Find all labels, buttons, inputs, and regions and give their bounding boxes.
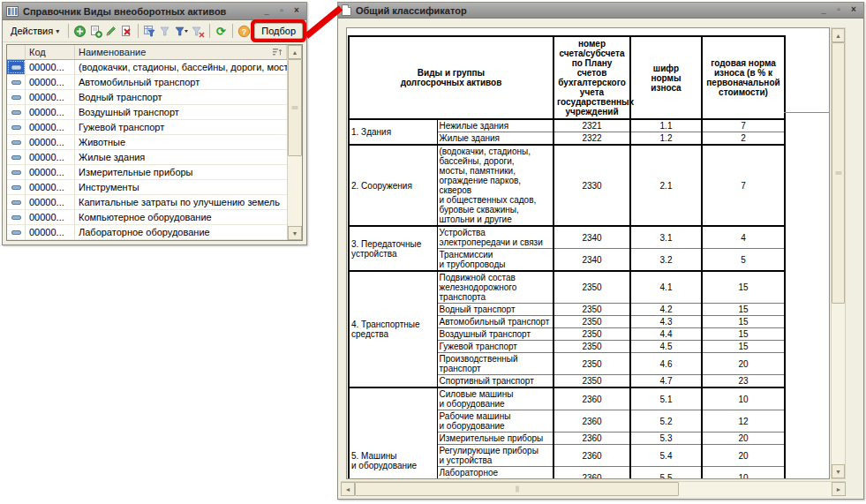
item-code[interactable]: 00000... — [26, 225, 75, 239]
list-item[interactable]: 00000...Животные — [7, 135, 287, 150]
rate-cell[interactable]: 2 — [702, 132, 785, 146]
account-cell[interactable]: 2321 — [553, 119, 630, 132]
group-cell[interactable]: 5. Машины и оборудование — [349, 387, 437, 479]
asset-name-cell[interactable]: Трансмиссии и трубопроводы — [437, 249, 553, 272]
scroll-down-icon[interactable]: ▼ — [288, 226, 302, 240]
asset-name-cell[interactable]: Автомобильный транспорт — [437, 316, 553, 328]
item-code[interactable]: 00000... — [26, 60, 75, 74]
minimize-button[interactable]: _ — [260, 5, 273, 17]
left-window-titlebar[interactable]: Справочник Виды внеоборотных активов _ ▫… — [3, 3, 306, 20]
maximize-button[interactable]: ▫ — [275, 5, 288, 17]
item-name[interactable]: (водокачки, стадионы, бассейны, дороги, … — [75, 60, 287, 74]
marker-cell[interactable] — [7, 150, 26, 164]
account-cell[interactable]: 2350 — [553, 316, 630, 328]
item-name[interactable]: Животные — [75, 135, 287, 149]
account-cell[interactable]: 2360 — [553, 445, 630, 467]
asset-name-cell[interactable]: Устройства электропередачи и связи — [437, 226, 553, 249]
wear-code-cell[interactable]: 5.2 — [630, 410, 702, 433]
wear-code-cell[interactable]: 3.2 — [630, 249, 702, 272]
list-item[interactable]: 00000...Капитальные затраты по улучшению… — [7, 195, 287, 210]
item-code[interactable]: 00000... — [26, 165, 75, 179]
rate-cell[interactable]: 5 — [702, 249, 785, 272]
list-item[interactable]: 00000...Жилые здания — [7, 150, 287, 165]
rate-cell[interactable]: 10 — [702, 387, 785, 410]
item-name[interactable]: Компьютерное оборудование — [75, 210, 287, 224]
marker-cell[interactable] — [7, 195, 26, 209]
asset-name-cell[interactable]: Жилые здания — [437, 132, 553, 146]
pick-button[interactable]: Подбор — [254, 23, 303, 39]
marker-cell[interactable] — [7, 120, 26, 134]
list-item[interactable]: 00000...Компьютерное оборудование — [7, 210, 287, 225]
group-cell[interactable]: 3. Передаточные устройства — [349, 226, 437, 271]
rate-cell[interactable]: 20 — [702, 353, 785, 375]
marker-cell[interactable] — [7, 105, 26, 119]
refresh-button[interactable]: ⟳ — [215, 23, 228, 39]
account-cell[interactable]: 2322 — [553, 132, 630, 146]
asset-name-cell[interactable]: Рабочие машины и оборудование — [437, 410, 553, 433]
marker-cell[interactable] — [7, 135, 26, 149]
wear-code-cell[interactable]: 4.5 — [630, 341, 702, 353]
help-button[interactable]: ? — [237, 23, 251, 39]
filter-by-value-button[interactable] — [158, 23, 171, 39]
asset-name-cell[interactable]: Водный транспорт — [437, 304, 553, 316]
item-code[interactable]: 00000... — [26, 150, 75, 164]
filter-settings-button[interactable] — [143, 23, 156, 39]
account-cell[interactable]: 2330 — [553, 145, 630, 226]
list-item[interactable]: 00000...Гужевой транспорт — [7, 120, 287, 135]
asset-name-cell[interactable]: Гужевой транспорт — [437, 341, 553, 353]
item-code[interactable]: 00000... — [26, 75, 75, 89]
wear-code-cell[interactable]: 1.1 — [630, 119, 702, 132]
classifier-horizontal-scrollbar[interactable]: ◄ ► — [341, 481, 846, 496]
wear-code-cell[interactable]: 5.5 — [630, 467, 702, 480]
rate-cell[interactable]: 15 — [702, 341, 785, 353]
marker-cell[interactable] — [7, 75, 26, 89]
list-vertical-scrollbar[interactable]: ▲ ▼ — [287, 45, 302, 240]
wear-code-cell[interactable]: 5.4 — [630, 445, 702, 467]
account-cell[interactable]: 2350 — [553, 271, 630, 304]
close-button[interactable]: × — [290, 5, 303, 17]
marker-cell[interactable] — [7, 210, 26, 224]
item-name[interactable]: Инструменты — [75, 180, 287, 194]
scroll-left-icon[interactable]: ◄ — [341, 482, 355, 496]
name-column-header[interactable]: Наименование — [75, 45, 287, 59]
wear-code-cell[interactable]: 4.1 — [630, 271, 702, 304]
item-name[interactable]: Гужевой транспорт — [75, 120, 287, 134]
account-cell[interactable]: 2350 — [553, 353, 630, 375]
asset-name-cell[interactable]: Подвижной состав железнодорожного трансп… — [437, 271, 553, 304]
scroll-down-icon[interactable]: ▼ — [832, 464, 845, 478]
marker-cell[interactable] — [7, 180, 26, 194]
code-column-header[interactable]: Код — [26, 45, 75, 59]
list-item[interactable]: 00000...Лабораторное оборудование — [7, 225, 287, 240]
scrollbar-thumb[interactable] — [832, 42, 845, 304]
rate-cell[interactable]: 15 — [702, 328, 785, 341]
classifier-vertical-scrollbar[interactable]: ▲ ▼ — [831, 27, 846, 479]
item-name[interactable]: Измерительные приборы — [75, 165, 287, 179]
marker-cell[interactable] — [7, 90, 26, 104]
item-name[interactable]: Капитальные затраты по улучшению земель — [75, 195, 287, 209]
item-name[interactable]: Автомобильный транспорт — [75, 75, 287, 89]
item-code[interactable]: 00000... — [26, 105, 75, 119]
account-cell[interactable]: 2350 — [553, 375, 630, 388]
scrollbar-thumb[interactable] — [355, 482, 679, 496]
marker-cell[interactable] — [7, 165, 26, 179]
minimize-button[interactable]: _ — [817, 4, 830, 16]
list-item[interactable]: 00000...Автомобильный транспорт — [7, 75, 287, 90]
account-cell[interactable]: 2360 — [553, 410, 630, 433]
wear-code-cell[interactable]: 2.1 — [630, 145, 702, 226]
wear-code-cell[interactable]: 3.1 — [630, 226, 702, 249]
asset-name-cell[interactable]: Лабораторное оборудование — [437, 467, 553, 480]
asset-name-cell[interactable]: Силовые машины и оборудование — [437, 387, 553, 410]
rate-cell[interactable]: 7 — [702, 145, 785, 226]
delete-button[interactable] — [119, 23, 132, 39]
item-code[interactable]: 00000... — [26, 120, 75, 134]
item-name[interactable]: Водный транспорт — [75, 90, 287, 104]
asset-name-cell[interactable]: Регулирующие приборы и устройства — [437, 445, 553, 467]
wear-code-cell[interactable]: 1.2 — [630, 132, 702, 146]
wear-code-cell[interactable]: 4.4 — [630, 328, 702, 341]
asset-name-cell[interactable]: Производственный транспорт — [437, 353, 553, 375]
rate-cell[interactable]: 10 — [702, 467, 785, 480]
actions-menu-button[interactable]: Действия ▾ — [6, 23, 64, 39]
copy-button[interactable] — [89, 23, 102, 39]
account-cell[interactable]: 2360 — [553, 467, 630, 480]
wear-code-cell[interactable]: 4.6 — [630, 353, 702, 375]
